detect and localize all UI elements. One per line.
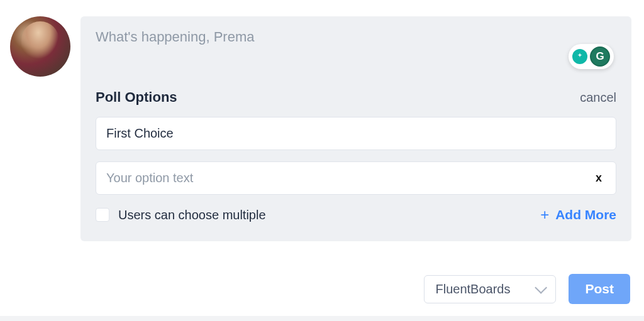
multi-choice-row: Users can choose multiple bbox=[96, 208, 266, 222]
destination-select-value: FluentBoards bbox=[436, 282, 511, 297]
extension-tray: G bbox=[569, 44, 614, 69]
composer-actions: FluentBoards Post bbox=[424, 274, 630, 304]
poll-option-row: x bbox=[96, 161, 616, 195]
sparkle-icon[interactable] bbox=[572, 49, 587, 64]
avatar[interactable] bbox=[10, 16, 70, 77]
composer-card: What's happening, Prema G Poll Options c… bbox=[80, 16, 631, 241]
divider bbox=[0, 316, 644, 321]
remove-option-button[interactable]: x bbox=[592, 171, 606, 185]
cancel-button[interactable]: cancel bbox=[580, 90, 616, 105]
destination-select[interactable]: FluentBoards bbox=[424, 275, 557, 303]
chevron-down-icon bbox=[535, 281, 548, 294]
poll-option-input[interactable] bbox=[106, 126, 606, 141]
add-more-button[interactable]: + Add More bbox=[540, 206, 616, 224]
composer-placeholder[interactable]: What's happening, Prema bbox=[96, 29, 616, 45]
poll-options-heading: Poll Options bbox=[96, 89, 177, 106]
post-button[interactable]: Post bbox=[569, 274, 630, 304]
multi-choice-label: Users can choose multiple bbox=[118, 208, 266, 222]
plus-icon: + bbox=[540, 206, 549, 224]
multi-choice-checkbox[interactable] bbox=[96, 208, 109, 222]
poll-option-row bbox=[96, 117, 616, 150]
grammarly-icon[interactable]: G bbox=[590, 46, 610, 67]
add-more-label: Add More bbox=[555, 207, 616, 222]
poll-option-input[interactable] bbox=[106, 171, 592, 185]
